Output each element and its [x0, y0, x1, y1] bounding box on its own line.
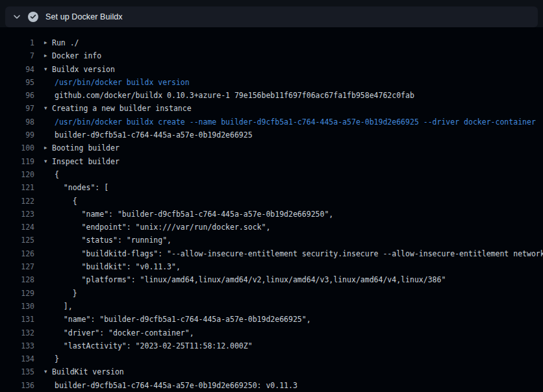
- gutter: [34, 129, 44, 141]
- gutter: [34, 273, 44, 286]
- line-number-link[interactable]: 95: [0, 76, 34, 89]
- log-line: 125 "status": "running",: [0, 234, 543, 247]
- line-number-link[interactable]: 128: [0, 273, 34, 286]
- line-number-link[interactable]: 119: [0, 155, 34, 168]
- gutter: [34, 326, 44, 339]
- log-line: 124 "endpoint": "unix:///var/run/docker.…: [0, 221, 543, 234]
- gutter: [34, 247, 44, 260]
- log-line: 133 "lastActivity": "2023-02-25T11:58:12…: [0, 339, 543, 352]
- log-group-title[interactable]: Docker info: [52, 49, 101, 62]
- log-group-title[interactable]: Buildx version: [52, 63, 115, 76]
- log-group-title[interactable]: BuildKit version: [52, 365, 124, 378]
- log-line: 127 "buildkit": "v0.11.3",: [0, 260, 543, 273]
- line-number-link[interactable]: 98: [0, 116, 34, 129]
- line-number-link[interactable]: 124: [0, 221, 34, 234]
- log-group-title[interactable]: Creating a new builder instance: [52, 102, 192, 115]
- line-number-link[interactable]: 120: [0, 168, 34, 181]
- log-line: 120{: [0, 168, 543, 181]
- group-collapsed-arrow-icon[interactable]: ▶: [44, 49, 52, 62]
- gutter: [34, 352, 44, 365]
- log-line[interactable]: 7▶Docker info: [0, 49, 543, 62]
- log-line: 131 "name": "builder-d9cfb5a1-c764-445a-…: [0, 313, 543, 326]
- log-header-strip: Set up Docker Buildx: [0, 0, 543, 27]
- line-number-link[interactable]: 96: [0, 89, 34, 102]
- line-number-link[interactable]: 126: [0, 247, 34, 260]
- log-line: 95/usr/bin/docker buildx version: [0, 76, 543, 89]
- log-output-text: {: [55, 168, 59, 181]
- line-number-link[interactable]: 132: [0, 326, 34, 339]
- log-lines-container: 1▶Run ./7▶Docker info94▼Buildx version95…: [0, 27, 543, 392]
- log-output-text: "buildkit": "v0.11.3",: [55, 260, 181, 273]
- gutter: [34, 76, 44, 89]
- log-line: 129 }: [0, 287, 543, 300]
- log-output-text: builder-d9cfb5a1-c764-445a-a57e-0b19d2e6…: [55, 379, 297, 392]
- group-collapsed-arrow-icon[interactable]: ▶: [44, 36, 52, 49]
- log-line: 126 "buildkitd-flags": "--allow-insecure…: [0, 247, 543, 260]
- log-line: 132 "driver": "docker-container",: [0, 326, 543, 339]
- log-line[interactable]: 94▼Buildx version: [0, 63, 543, 76]
- gutter: [34, 234, 44, 247]
- gutter: [34, 36, 44, 49]
- log-line: 96github.com/docker/buildx 0.10.3+azure-…: [0, 89, 543, 102]
- line-number-link[interactable]: 94: [0, 63, 34, 76]
- line-number-link[interactable]: 121: [0, 181, 34, 194]
- line-number-link[interactable]: 133: [0, 339, 34, 352]
- log-group-title[interactable]: Booting builder: [52, 141, 120, 154]
- log-output-text: "nodes": [: [55, 181, 108, 194]
- line-number-link[interactable]: 131: [0, 313, 34, 326]
- chevron-down-icon[interactable]: [13, 13, 21, 21]
- line-number-link[interactable]: 129: [0, 287, 34, 300]
- gutter: [34, 379, 44, 392]
- line-number-link[interactable]: 99: [0, 129, 34, 141]
- log-line[interactable]: 119▼Inspect builder: [0, 155, 543, 168]
- gutter: [34, 221, 44, 234]
- step-header[interactable]: Set up Docker Buildx: [5, 6, 538, 27]
- line-number-link[interactable]: 134: [0, 352, 34, 365]
- status-check-circle-icon: [28, 12, 38, 22]
- group-expanded-arrow-icon[interactable]: ▼: [44, 63, 52, 76]
- log-line: 134}: [0, 352, 543, 365]
- line-number-link[interactable]: 135: [0, 365, 34, 378]
- group-expanded-arrow-icon[interactable]: ▼: [44, 365, 52, 378]
- log-line[interactable]: 1▶Run ./: [0, 36, 543, 49]
- gutter: [34, 260, 44, 273]
- log-line: 136builder-d9cfb5a1-c764-445a-a57e-0b19d…: [0, 379, 543, 392]
- log-group-title[interactable]: Run ./: [52, 36, 79, 49]
- step-title: Set up Docker Buildx: [45, 12, 123, 21]
- line-number-link[interactable]: 7: [0, 49, 34, 62]
- line-number-link[interactable]: 97: [0, 102, 34, 115]
- log-line[interactable]: 135▼BuildKit version: [0, 365, 543, 378]
- line-number-link[interactable]: 122: [0, 195, 34, 208]
- line-number-link[interactable]: 100: [0, 141, 34, 154]
- line-number-link[interactable]: 136: [0, 379, 34, 392]
- log-group-title[interactable]: Inspect builder: [52, 155, 120, 168]
- log-output-text: {: [55, 195, 77, 208]
- group-collapsed-arrow-icon[interactable]: ▶: [44, 141, 52, 154]
- gutter: [34, 313, 44, 326]
- gutter: [34, 287, 44, 300]
- log-output-text: }: [55, 287, 77, 300]
- log-output-text: ],: [55, 300, 73, 313]
- line-number-link[interactable]: 125: [0, 234, 34, 247]
- gutter: [34, 195, 44, 208]
- group-expanded-arrow-icon[interactable]: ▼: [44, 155, 52, 168]
- log-line: 98/usr/bin/docker buildx create --name b…: [0, 116, 543, 129]
- gutter: [34, 49, 44, 62]
- log-output-text: "name": "builder-d9cfb5a1-c764-445a-a57e…: [55, 208, 333, 221]
- log-line: 122 {: [0, 195, 543, 208]
- log-output-text: github.com/docker/buildx 0.10.3+azure-1 …: [55, 89, 414, 102]
- gutter: [34, 365, 44, 378]
- log-line: 128 "platforms": "linux/amd64,linux/amd6…: [0, 273, 543, 286]
- log-line[interactable]: 97▼Creating a new builder instance: [0, 102, 543, 115]
- log-line: 123 "name": "builder-d9cfb5a1-c764-445a-…: [0, 208, 543, 221]
- log-output-text: "platforms": "linux/amd64,linux/amd64/v2…: [55, 273, 446, 286]
- line-number-link[interactable]: 1: [0, 36, 34, 49]
- log-line[interactable]: 100▶Booting builder: [0, 141, 543, 154]
- gutter: [34, 155, 44, 168]
- log-line: 130 ],: [0, 300, 543, 313]
- line-number-link[interactable]: 130: [0, 300, 34, 313]
- group-expanded-arrow-icon[interactable]: ▼: [44, 102, 52, 115]
- gutter: [34, 208, 44, 221]
- line-number-link[interactable]: 123: [0, 208, 34, 221]
- line-number-link[interactable]: 127: [0, 260, 34, 273]
